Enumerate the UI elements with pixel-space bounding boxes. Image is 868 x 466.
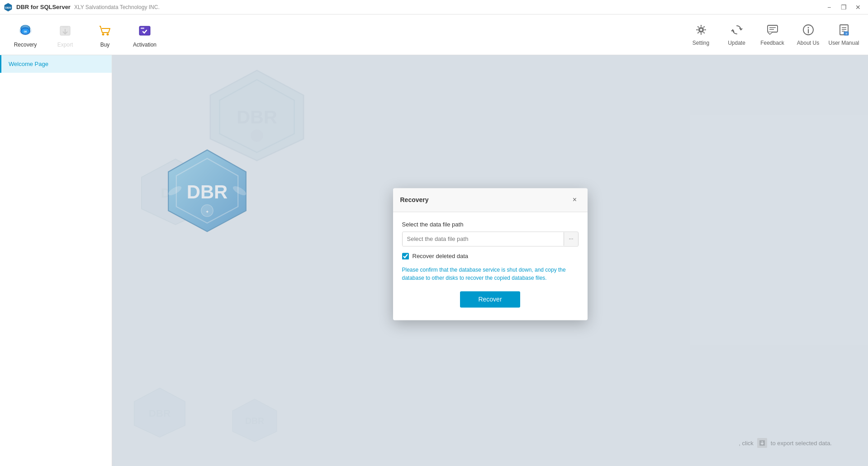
main-area: Welcome Page DBR DBR DBR [0, 55, 868, 466]
app-logo-icon: DBR [4, 3, 13, 12]
setting-label: Setting [693, 40, 709, 46]
about-icon [802, 24, 815, 38]
feedback-icon [766, 24, 779, 38]
svg-text:DB: DB [24, 30, 27, 33]
file-path-input[interactable] [403, 232, 564, 246]
minimize-button[interactable]: − [823, 3, 835, 12]
modal-header: Recovery × [393, 188, 588, 212]
maximize-button[interactable]: ❐ [837, 3, 850, 12]
activation-label: Activation [133, 42, 157, 48]
file-browse-button[interactable]: ··· [564, 232, 578, 245]
svg-text:?: ? [845, 33, 847, 35]
setting-icon [695, 24, 707, 38]
title-bar-left: DBR DBR for SQLServer XLY Salvationdata … [4, 3, 160, 12]
toolbar-item-buy[interactable]: Buy [87, 17, 123, 53]
activation-icon [136, 22, 154, 40]
toolbar-item-about-us[interactable]: About Us [791, 17, 825, 53]
svg-text:DBR: DBR [5, 6, 12, 9]
recovery-label: Recovery [14, 42, 37, 48]
recover-deleted-checkbox[interactable] [402, 253, 409, 259]
svg-rect-17 [141, 28, 144, 29]
recover-button[interactable]: Recover [460, 291, 520, 307]
modal-close-button[interactable]: × [569, 194, 580, 205]
toolbar-item-export: Export [47, 17, 83, 53]
company-name: XLY Salvationdata Technology INC. [74, 4, 160, 10]
sidebar: Welcome Page [0, 55, 112, 466]
recovery-icon: DB [16, 22, 34, 40]
export-label: Export [57, 42, 73, 48]
info-text: Please confirm that the database service… [402, 266, 579, 282]
svg-point-13 [107, 33, 109, 35]
export-icon [56, 22, 74, 40]
update-label: Update [728, 40, 745, 46]
sidebar-item-welcome[interactable]: Welcome Page [0, 55, 112, 73]
svg-point-18 [699, 28, 702, 31]
toolbar-item-activation[interactable]: Activation [127, 17, 163, 53]
feedback-label: Feedback [760, 40, 784, 46]
app-name: DBR for SQLServer [16, 4, 71, 10]
toolbar-item-recovery[interactable]: DB Recovery [7, 17, 43, 53]
svg-point-24 [807, 27, 809, 28]
browse-dots: ··· [569, 235, 573, 242]
modal-body: Select the data file path ··· Recover de… [393, 212, 588, 320]
svg-point-12 [102, 33, 104, 35]
modal-footer: Recover [402, 291, 579, 309]
recovery-modal: Recovery × Select the data file path ···… [393, 188, 588, 320]
toolbar-item-feedback[interactable]: Feedback [755, 17, 789, 53]
title-bar: DBR DBR for SQLServer XLY Salvationdata … [0, 0, 868, 14]
toolbar-item-user-manual[interactable]: ? User Manual [827, 17, 861, 53]
recover-deleted-row: Recover deleted data [402, 253, 579, 259]
recover-deleted-label: Recover deleted data [413, 253, 469, 259]
user-manual-label: User Manual [828, 40, 859, 46]
toolbar-right: Setting Update [684, 17, 861, 53]
update-icon [730, 24, 743, 38]
file-path-label: Select the data file path [402, 221, 579, 228]
about-us-label: About Us [797, 40, 819, 46]
file-input-row: ··· [402, 231, 579, 246]
buy-label: Buy [100, 42, 110, 48]
manual-icon: ? [838, 24, 850, 38]
content-area: DBR DBR DBR DBR [112, 55, 868, 466]
svg-rect-20 [768, 25, 778, 32]
toolbar-left: DB Recovery Export [7, 17, 163, 53]
toolbar: DB Recovery Export [0, 14, 868, 55]
toolbar-item-setting[interactable]: Setting [684, 17, 718, 53]
close-button[interactable]: ✕ [852, 3, 864, 12]
toolbar-item-update[interactable]: Update [720, 17, 754, 53]
title-bar-controls: − ❐ ✕ [823, 3, 864, 12]
modal-title: Recovery [400, 196, 429, 203]
buy-icon [96, 22, 114, 40]
